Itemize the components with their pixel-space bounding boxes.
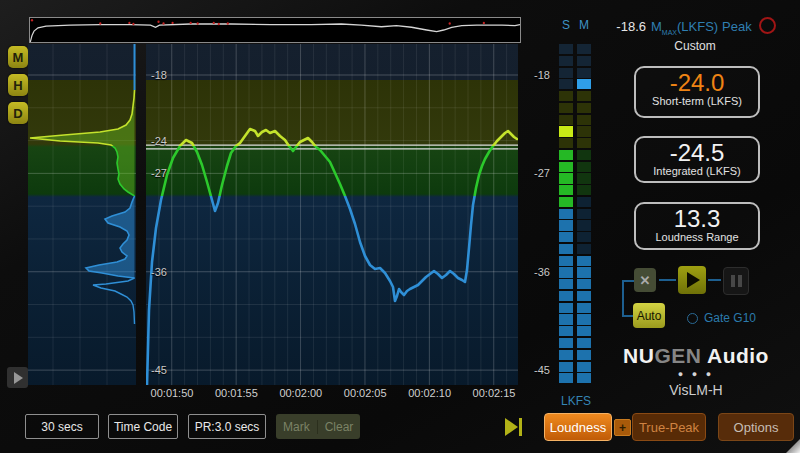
meter-segment	[559, 150, 573, 160]
loudness-history-graph[interactable]: -18-24-27-36-45	[146, 44, 518, 385]
meter-segment	[577, 115, 591, 125]
meter-segment	[577, 150, 591, 160]
meter-unit-label: LKFS	[552, 394, 600, 408]
meter-segment	[577, 68, 591, 78]
meter-segment	[559, 44, 573, 54]
play-button[interactable]	[678, 266, 706, 294]
meter-segment	[577, 350, 591, 360]
meter-segment	[559, 91, 573, 101]
meter-segment	[559, 138, 573, 148]
options-button[interactable]: Options	[718, 413, 794, 441]
meter-segment	[559, 267, 573, 277]
loudness-range-readout[interactable]: 13.3 Loudness Range	[634, 202, 760, 250]
meter-segment	[577, 185, 591, 195]
meter-segment	[559, 338, 573, 348]
loudness-distribution-panel	[28, 44, 136, 385]
meter-segment	[559, 303, 573, 313]
history-mode-button[interactable]: H	[8, 74, 28, 96]
meter-segment	[559, 232, 573, 242]
pause-button[interactable]	[723, 267, 749, 295]
meter-segment	[559, 279, 573, 289]
meter-segment	[577, 209, 591, 219]
preset-name: Custom	[620, 39, 770, 53]
time-axis: 00:01:5000:01:5500:02:0000:02:0500:02:10…	[146, 387, 518, 402]
meter-segment	[577, 138, 591, 148]
mark-button[interactable]: Mark	[276, 420, 317, 434]
time-label: 00:02:05	[344, 387, 387, 399]
auto-button[interactable]: Auto	[633, 303, 665, 328]
meter-segment	[559, 244, 573, 254]
time-label: 00:02:00	[279, 387, 322, 399]
meter-segment	[577, 56, 591, 66]
pause-icon	[731, 275, 735, 287]
integrated-readout[interactable]: -24.5 Integrated (LKFS)	[634, 136, 760, 183]
time-label: 00:02:10	[408, 387, 451, 399]
meter-segment	[577, 373, 591, 383]
transport-link-line	[659, 279, 676, 281]
history-scroll-button[interactable]	[7, 367, 28, 388]
peak-label: Peak	[722, 19, 752, 34]
meter-segment	[559, 350, 573, 360]
short-term-meter-header: S	[559, 18, 573, 32]
loudness-range-value: 13.3	[636, 206, 758, 231]
meter-segment	[559, 173, 573, 183]
momentary-max-value: -18.6	[598, 19, 646, 34]
nugen-audio-logo: NUGEN Audio	[620, 344, 772, 368]
meter-segment	[559, 162, 573, 172]
meter-segment	[559, 185, 573, 195]
play-arrow-icon	[14, 372, 23, 384]
momentary-mode-button[interactable]: M	[8, 46, 28, 68]
resize-grip[interactable]	[786, 439, 800, 453]
auto-link-line	[622, 280, 624, 317]
peak-indicator-led[interactable]	[759, 17, 776, 34]
meter-segment	[577, 267, 591, 277]
time-label: 00:01:55	[215, 387, 258, 399]
meter-segment	[577, 314, 591, 324]
practical-range-select[interactable]: PR:3.0 secs	[188, 414, 266, 439]
integrated-label: Integrated (LKFS)	[636, 165, 758, 177]
gate-radio-button[interactable]	[687, 313, 698, 324]
meter-segment	[577, 256, 591, 266]
meter-segment	[577, 126, 591, 136]
meter-segment	[577, 220, 591, 230]
meter-segment	[559, 197, 573, 207]
short-term-label: Short-term (LKFS)	[636, 95, 758, 107]
add-view-button[interactable]: +	[614, 419, 631, 436]
meter-segment	[559, 126, 573, 136]
time-mode-select[interactable]: Time Code	[108, 414, 178, 439]
meter-segment	[577, 232, 591, 242]
clear-button[interactable]: Clear	[317, 420, 361, 434]
momentary-meter-bar	[577, 44, 591, 385]
meter-segment	[559, 220, 573, 230]
play-icon	[687, 272, 700, 288]
meter-segment	[577, 79, 591, 89]
tab-true-peak[interactable]: True-Peak	[632, 413, 706, 441]
distribution-mode-button[interactable]: D	[8, 102, 28, 124]
history-window-select[interactable]: 30 secs	[25, 414, 99, 439]
meter-segment	[577, 326, 591, 336]
meter-segment	[559, 362, 573, 372]
loudness-overview-strip[interactable]	[29, 17, 521, 43]
meter-segment	[559, 326, 573, 336]
product-name: VisLM-H	[620, 382, 772, 398]
meter-segment	[577, 338, 591, 348]
reset-button[interactable]: ✕	[634, 268, 656, 292]
skip-to-end-icon[interactable]	[503, 417, 525, 437]
momentary-meter-header: M	[577, 18, 591, 32]
tab-loudness[interactable]: Loudness	[544, 413, 612, 441]
short-term-readout[interactable]: -24.0 Short-term (LKFS)	[634, 66, 760, 118]
loudness-range-label: Loudness Range	[636, 231, 758, 243]
meter-segment	[559, 103, 573, 113]
meter-segment	[577, 279, 591, 289]
mark-clear-group: Mark Clear	[276, 414, 360, 439]
overview-waveform	[30, 18, 520, 42]
meter-segment	[559, 79, 573, 89]
vislm-plugin-window: M H D	[0, 0, 800, 453]
transport-link-line	[708, 279, 721, 281]
meter-segment	[577, 362, 591, 372]
gate-label: Gate G10	[704, 311, 756, 325]
meter-segment	[559, 115, 573, 125]
short-term-value: -24.0	[636, 70, 758, 95]
meter-segment	[559, 56, 573, 66]
meter-segment	[577, 291, 591, 301]
